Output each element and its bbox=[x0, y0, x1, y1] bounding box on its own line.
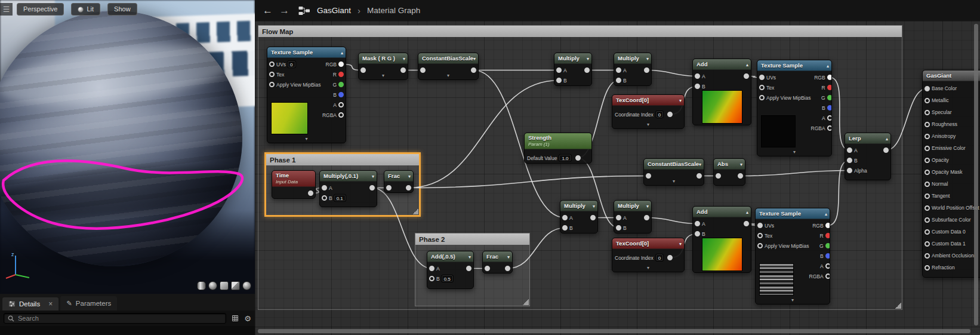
apply-view-mipbias-pin[interactable] bbox=[759, 95, 765, 100]
node-title-bar[interactable]: Add(,0.5)▾ bbox=[427, 251, 473, 262]
uvs-pin[interactable] bbox=[757, 223, 763, 228]
preview-cube-button[interactable] bbox=[231, 281, 240, 290]
node-multiply[interactable]: Multiply▾AB bbox=[560, 200, 598, 233]
b-pin[interactable] bbox=[429, 276, 434, 281]
node-title-bar[interactable]: Frac▾ bbox=[384, 171, 413, 182]
comment-resize-grip[interactable] bbox=[412, 208, 418, 214]
rgb-pin[interactable] bbox=[825, 223, 830, 228]
a-pin[interactable] bbox=[322, 185, 327, 190]
dropdown-caret-icon[interactable]: ▾ bbox=[679, 241, 682, 246]
node-texture-sample[interactable]: Texture Sample▴UVsTexApply View MipBiasR… bbox=[755, 208, 830, 305]
collapse-caret-icon[interactable]: ▴ bbox=[746, 62, 748, 67]
b-pin[interactable] bbox=[827, 105, 832, 110]
b-pin[interactable] bbox=[695, 231, 700, 236]
in-pin[interactable] bbox=[485, 266, 490, 271]
node-title-bar[interactable]: GasGiant bbox=[923, 70, 980, 81]
tab-details[interactable]: Details × bbox=[2, 297, 58, 311]
in-pin[interactable] bbox=[386, 185, 392, 190]
dropdown-caret-icon[interactable]: ▾ bbox=[646, 56, 649, 61]
pin-default-value[interactable]: 0.5 bbox=[442, 275, 453, 282]
node-multiply-0-1[interactable]: Multiply(,0.1)▾AB0.1 bbox=[319, 170, 377, 207]
out-pin[interactable] bbox=[406, 185, 411, 190]
rgba-pin[interactable] bbox=[338, 112, 344, 118]
in-pin[interactable] bbox=[360, 67, 366, 73]
tex-pin[interactable] bbox=[759, 85, 765, 90]
field-value[interactable]: 0 bbox=[656, 111, 663, 118]
node-title-bar[interactable]: Frac▾ bbox=[483, 251, 512, 262]
node-multiply[interactable]: Multiply▾AB bbox=[614, 53, 652, 86]
base-color-pin[interactable] bbox=[924, 86, 930, 91]
collapse-caret-icon[interactable]: ▴ bbox=[886, 136, 888, 141]
node-constantbiasscale[interactable]: ConstantBiasScale▾▾ bbox=[418, 53, 479, 80]
node-constantbiasscale[interactable]: ConstantBiasScale▾▾ bbox=[643, 158, 704, 186]
a-pin[interactable] bbox=[616, 215, 621, 220]
roughness-pin[interactable] bbox=[924, 122, 930, 127]
node-texture-sample[interactable]: Texture Sample▴UVs0TexApply View MipBias… bbox=[267, 47, 346, 143]
tex-pin[interactable] bbox=[269, 72, 275, 77]
a-pin[interactable] bbox=[562, 215, 568, 220]
uvs-pin[interactable] bbox=[759, 75, 765, 80]
node-texcoord-0[interactable]: TexCoord[0]▾Coordinate Index0▾ bbox=[612, 238, 685, 272]
dropdown-caret-icon[interactable]: ▾ bbox=[740, 161, 742, 167]
expand-chevron-icon[interactable]: ▾ bbox=[359, 73, 408, 79]
a-pin[interactable] bbox=[847, 147, 852, 153]
preview-viewport[interactable]: z ☰ Perspective Lit Show bbox=[0, 0, 255, 294]
node-multiply[interactable]: Multiply▾AB bbox=[614, 200, 652, 233]
node-title-bar[interactable]: TexCoord[0]▾ bbox=[612, 238, 684, 249]
tex-pin[interactable] bbox=[757, 233, 763, 238]
dropdown-caret-icon[interactable]: ▾ bbox=[473, 56, 476, 61]
dropdown-caret-icon[interactable]: ▾ bbox=[699, 161, 701, 167]
search-input[interactable]: Search bbox=[4, 313, 226, 324]
comment-resize-grip[interactable] bbox=[895, 303, 901, 309]
node-title-bar[interactable]: Add▴ bbox=[693, 59, 751, 70]
rgb-pin[interactable] bbox=[338, 62, 344, 67]
specular-pin[interactable] bbox=[924, 110, 930, 115]
out-pin[interactable] bbox=[308, 190, 313, 196]
a-pin[interactable] bbox=[616, 67, 621, 73]
opacity-pin[interactable] bbox=[924, 158, 930, 163]
r-pin[interactable] bbox=[827, 85, 832, 90]
comment-title[interactable]: Flow Map bbox=[258, 26, 902, 37]
out-pin[interactable] bbox=[667, 112, 673, 117]
node-add[interactable]: Add▴AB bbox=[692, 59, 751, 125]
expand-chevron-icon[interactable]: ▾ bbox=[756, 297, 830, 304]
b-pin[interactable] bbox=[616, 225, 621, 230]
expand-chevron-icon[interactable]: ▾ bbox=[644, 179, 704, 185]
expand-chevron-icon[interactable]: ▾ bbox=[612, 265, 684, 272]
collapse-caret-icon[interactable]: ▴ bbox=[825, 211, 827, 216]
node-texcoord-0[interactable]: TexCoord[0]▾Coordinate Index0▾ bbox=[612, 94, 685, 129]
node-lerp[interactable]: Lerp▴ABAlpha bbox=[845, 133, 891, 180]
out-pin[interactable] bbox=[744, 221, 749, 226]
node-title-bar[interactable]: Multiply(,0.1)▾ bbox=[320, 171, 377, 182]
node-title-bar[interactable]: StrengthParam (1) bbox=[525, 133, 591, 149]
a-pin[interactable] bbox=[429, 266, 434, 271]
viewport-menu-icon[interactable]: ☰ bbox=[0, 3, 13, 16]
a-pin[interactable] bbox=[827, 115, 832, 121]
expand-chevron-icon[interactable]: ▾ bbox=[418, 73, 478, 79]
dropdown-caret-icon[interactable]: ▾ bbox=[593, 203, 595, 208]
node-frac[interactable]: Frac▾ bbox=[384, 170, 414, 193]
expand-chevron-icon[interactable]: ▾ bbox=[757, 149, 831, 156]
lit-button[interactable]: Lit bbox=[71, 3, 100, 15]
settings-gear-icon[interactable]: ⚙ bbox=[244, 314, 251, 323]
collapse-caret-icon[interactable]: ▴ bbox=[827, 63, 829, 68]
node-title-bar[interactable]: Multiply▾ bbox=[560, 201, 597, 211]
b-pin[interactable] bbox=[616, 78, 621, 83]
out-pin[interactable] bbox=[744, 73, 749, 79]
dropdown-caret-icon[interactable]: ▾ bbox=[372, 173, 374, 179]
rgba-pin[interactable] bbox=[825, 273, 830, 279]
node-gasgiant[interactable]: GasGiantBase ColorMetallicSpecularRoughn… bbox=[922, 70, 980, 278]
out-pin[interactable] bbox=[667, 255, 673, 260]
node-title-bar[interactable]: Texture Sample▴ bbox=[757, 60, 831, 71]
node-time[interactable]: TimeInput Data bbox=[272, 170, 316, 199]
node-title-bar[interactable]: Add▴ bbox=[693, 207, 751, 217]
close-details-icon[interactable]: × bbox=[48, 300, 53, 308]
pin-default-value[interactable]: 0 bbox=[288, 61, 295, 67]
vertical-scrollbar[interactable] bbox=[974, 24, 978, 325]
normal-pin[interactable] bbox=[924, 182, 930, 187]
out-pin[interactable] bbox=[584, 67, 590, 73]
preview-sphere-button[interactable] bbox=[208, 281, 217, 290]
material-graph-canvas[interactable]: Flow MapPhase 1Phase 2Texture Sample▴UVs… bbox=[255, 21, 980, 335]
dropdown-caret-icon[interactable]: ▾ bbox=[469, 254, 471, 259]
node-title-bar[interactable]: TimeInput Data bbox=[272, 171, 315, 187]
